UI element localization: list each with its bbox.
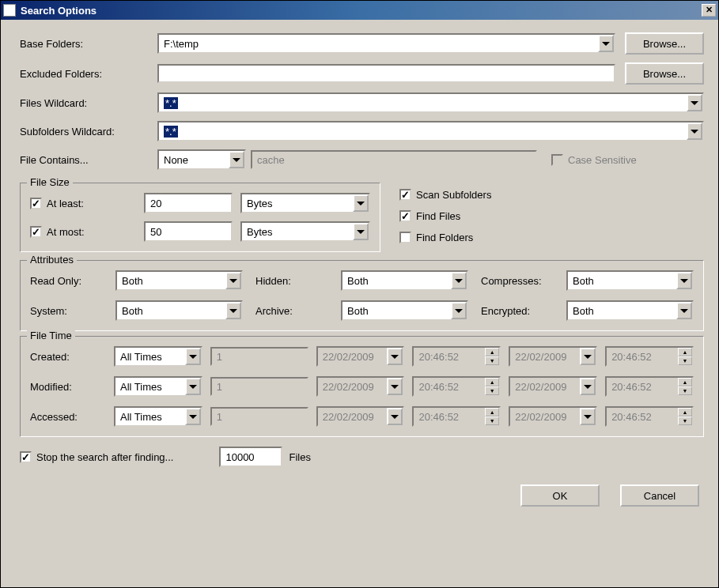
base-folders-label: Base Folders: [20,38,157,50]
stop-count-input[interactable] [219,447,282,467]
created-mode-combo[interactable]: All Times [114,346,202,367]
archive-label: Archive: [255,305,328,317]
at-least-input[interactable] [144,193,233,213]
dropdown-icon [580,408,596,425]
ok-button[interactable]: OK [520,484,600,507]
excluded-folders-input[interactable] [157,64,615,83]
modified-date1-input: 22/02/2009 [316,376,405,397]
checkbox-icon [551,154,563,166]
accessed-mode-combo[interactable]: All Times [114,406,202,427]
file-contains-label: File Contains... [20,154,157,166]
hidden-combo[interactable]: Both [341,270,468,291]
dropdown-icon [580,348,596,365]
at-least-checkbox[interactable]: ✓ At least: [30,198,136,209]
dropdown-icon[interactable] [676,302,692,319]
checkbox-icon [399,232,411,243]
accessed-date1-input: 22/02/2009 [316,406,405,427]
browse-base-button[interactable]: Browse... [625,32,704,55]
checkbox-icon: ✓ [399,210,411,222]
compresses-combo[interactable]: Both [566,270,694,291]
file-time-group: Created: All Times 22/02/2009 20:46:52▲▼… [20,336,704,437]
titlebar: Search Options ✕ [1,1,718,20]
at-most-checkbox[interactable]: ✓ At most: [30,226,136,238]
system-combo[interactable]: Both [115,300,243,321]
dropdown-icon[interactable] [185,378,201,395]
cancel-button[interactable]: Cancel [620,484,699,507]
file-contains-input [251,150,537,169]
files-wildcard-combo[interactable]: *.* [157,92,704,113]
accessed-num-input [210,407,308,426]
system-label: System: [30,305,103,317]
dropdown-icon [387,378,403,395]
accessed-time1-input: 20:46:52▲▼ [412,406,501,427]
dropdown-icon[interactable] [353,223,369,240]
modified-date2-input: 22/02/2009 [509,376,597,397]
dropdown-icon[interactable] [185,408,201,425]
modified-time1-input: 20:46:52▲▼ [412,376,501,397]
files-wildcard-label: Files Wildcard: [20,97,157,109]
read-only-combo[interactable]: Both [115,270,243,291]
accessed-date2-input: 22/02/2009 [509,406,597,427]
dropdown-icon[interactable] [687,122,702,140]
excluded-folders-label: Excluded Folders: [20,68,157,80]
compresses-label: Compresses: [481,275,554,287]
case-sensitive-checkbox: Case Sensitive [551,154,637,166]
dropdown-icon[interactable] [451,302,467,319]
dropdown-icon[interactable] [225,272,241,289]
dropdown-icon[interactable] [353,194,369,212]
base-folders-combo[interactable]: F:\temp [157,33,615,54]
created-num-input [210,347,308,366]
find-files-checkbox[interactable]: ✓ Find Files [399,210,491,222]
modified-label: Modified: [30,381,106,393]
dropdown-icon [387,348,403,365]
checkbox-icon: ✓ [20,451,32,463]
created-time1-input: 20:46:52▲▼ [412,346,501,367]
dropdown-icon [387,408,403,425]
checkbox-icon: ✓ [30,226,42,238]
accessed-label: Accessed: [30,411,106,423]
dropdown-icon[interactable] [687,94,702,111]
spinner-icon: ▲▼ [678,348,692,365]
search-options-dialog: Search Options ✕ Base Folders: F:\temp B… [0,0,719,588]
subfolders-wildcard-label: Subfolders Wildcard: [20,126,157,138]
window-title: Search Options [21,5,96,17]
find-folders-checkbox[interactable]: Find Folders [399,232,491,243]
modified-time2-input: 20:46:52▲▼ [605,376,694,397]
dropdown-icon[interactable] [676,272,692,289]
at-most-unit-combo[interactable]: Bytes [240,221,370,242]
spinner-icon: ▲▼ [678,378,692,395]
modified-mode-combo[interactable]: All Times [114,376,202,397]
files-label: Files [289,451,310,463]
at-most-input[interactable] [144,221,233,242]
created-date1-input: 22/02/2009 [316,346,405,367]
attributes-group: Read Only: Both Hidden: Both Compresses:… [20,260,704,331]
file-contains-combo[interactable]: None [157,149,246,170]
archive-combo[interactable]: Both [341,300,468,321]
created-time2-input: 20:46:52▲▼ [605,346,694,367]
read-only-label: Read Only: [30,275,103,287]
subfolders-wildcard-combo[interactable]: *.* [157,121,704,141]
encrypted-combo[interactable]: Both [566,300,694,321]
close-button[interactable]: ✕ [702,4,716,17]
at-least-unit-combo[interactable]: Bytes [240,193,370,213]
created-date2-input: 22/02/2009 [509,346,597,367]
checkbox-icon: ✓ [30,198,42,209]
browse-excluded-button[interactable]: Browse... [625,62,704,85]
spinner-icon: ▲▼ [485,348,499,365]
dropdown-icon[interactable] [229,151,244,168]
dropdown-icon[interactable] [225,302,241,319]
dropdown-icon[interactable] [598,35,614,52]
dropdown-icon[interactable] [451,272,467,289]
modified-num-input [210,377,308,396]
dropdown-icon [580,378,596,395]
spinner-icon: ▲▼ [485,408,499,425]
checkbox-icon: ✓ [399,189,411,201]
dropdown-icon[interactable] [185,348,201,365]
created-label: Created: [30,351,106,363]
stop-after-checkbox[interactable]: ✓ Stop the search after finding... [20,451,173,463]
scan-subfolders-checkbox[interactable]: ✓ Scan Subfolders [399,189,491,201]
encrypted-label: Encrypted: [481,305,554,317]
file-size-group: ✓ At least: Bytes ✓ At most: [20,183,380,252]
spinner-icon: ▲▼ [678,408,692,425]
accessed-time2-input: 20:46:52▲▼ [605,406,694,427]
